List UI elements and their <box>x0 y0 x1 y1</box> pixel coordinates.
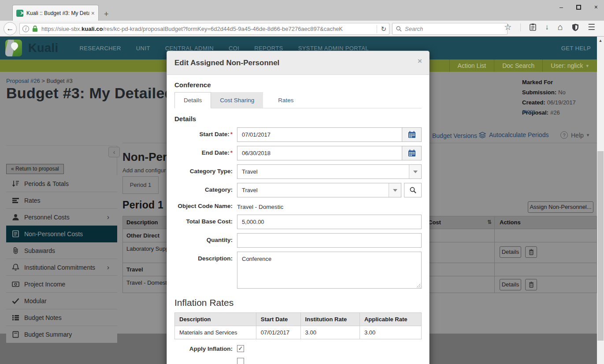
reload-button[interactable]: ↻ <box>381 25 386 33</box>
url-bar[interactable]: i https://siue-sbx.kuali.co/res/kc-pd-kr… <box>19 23 389 35</box>
get-help-link[interactable]: GET HELP <box>561 45 591 52</box>
modal-close-icon[interactable]: × <box>418 57 422 66</box>
page-scrollbar[interactable]: ▲ <box>597 37 604 364</box>
divider <box>377 25 377 33</box>
cell-description: Materials and Services <box>175 326 256 339</box>
browser-tab[interactable]: Kuali :: Budget #3: My Detail × <box>12 5 99 21</box>
total-base-cost-row: Total Base Cost: 5,000.00 <box>174 215 422 229</box>
column-description: Description <box>175 313 256 326</box>
modal-header: Edit Assigned Non-Personnel × <box>167 51 429 75</box>
kuali-wordmark[interactable]: Kuali <box>28 41 59 55</box>
quantity-row: Quantity: <box>174 233 422 248</box>
required-mark: * <box>230 149 233 156</box>
start-date-label: Start Date:* <box>174 127 233 137</box>
object-code-label: Object Code Name: <box>174 201 233 209</box>
calendar-icon <box>408 131 416 138</box>
action-list-link[interactable]: Action List <box>449 59 494 72</box>
inflation-rates-table: Description Start Date Institution Rate … <box>174 312 422 339</box>
nav-item-unit[interactable]: UNIT <box>136 45 150 52</box>
select-caret-icon <box>409 165 421 178</box>
tab-close-icon[interactable]: × <box>91 10 95 17</box>
scroll-up-arrow-icon[interactable]: ▲ <box>597 38 604 43</box>
second-checkbox-row <box>174 358 422 364</box>
entity-name: Conference <box>174 81 422 89</box>
tab-rates[interactable]: Rates <box>269 92 302 108</box>
edit-non-personnel-modal: Edit Assigned Non-Personnel × Conference… <box>167 51 430 364</box>
lock-icon <box>32 26 38 32</box>
required-mark: * <box>230 131 233 137</box>
user-menu-label: User: nglick <box>551 62 583 69</box>
category-select[interactable]: Travel <box>237 183 401 197</box>
unchecked-checkbox[interactable] <box>237 358 244 364</box>
quantity-label: Quantity: <box>174 233 233 243</box>
window-minimize-button[interactable]: – <box>560 4 563 11</box>
category-lookup-button[interactable] <box>404 183 422 197</box>
total-base-cost-input[interactable]: 5,000.00 <box>237 215 422 229</box>
bookmark-star-icon[interactable]: ☆ <box>504 22 511 32</box>
new-tab-button[interactable]: + <box>104 10 109 19</box>
info-icon[interactable]: i <box>22 26 29 32</box>
shield-icon[interactable] <box>572 23 579 31</box>
user-menu[interactable]: User: nglick ▾ <box>542 59 597 72</box>
cell-applicable-rate: 3.00 <box>359 326 421 339</box>
url-text: https://siue-sbx.kuali.co/res/kc-pd-krad… <box>41 26 373 32</box>
browser-action-icons: ☆ ↓ ⌂ ☰ <box>504 22 595 32</box>
apply-inflation-row: Apply Inflation: ✓ <box>174 345 422 352</box>
bookmarks-clipboard-icon[interactable] <box>530 23 536 31</box>
column-start-date: Start Date <box>256 313 300 326</box>
scrollbar-thumb[interactable] <box>597 151 604 341</box>
kuali-favicon-icon <box>16 10 23 17</box>
apply-inflation-label: Apply Inflation: <box>174 345 233 352</box>
window-maximize-button[interactable] <box>576 5 581 10</box>
end-date-calendar-button[interactable] <box>402 146 422 160</box>
kuali-logo-icon[interactable] <box>5 40 22 56</box>
screen: Kuali :: Budget #3: My Detail × + – × ← … <box>0 0 604 364</box>
start-date-input[interactable]: 07/01/2017 <box>237 127 402 142</box>
end-date-label: End Date:* <box>174 146 233 156</box>
calendar-icon <box>408 149 416 157</box>
details-section-heading: Details <box>174 115 422 123</box>
search-input[interactable]: Search <box>392 23 508 35</box>
back-button[interactable]: ← <box>4 22 17 35</box>
home-icon[interactable]: ⌂ <box>558 22 563 32</box>
category-type-select[interactable]: Travel <box>237 164 422 179</box>
description-textarea[interactable]: Conference <box>237 252 422 289</box>
description-label: Description: <box>174 252 233 262</box>
tab-cost-sharing[interactable]: Cost Sharing <box>211 92 263 108</box>
category-type-row: Category Type: Travel <box>174 164 422 179</box>
nav-item-researcher[interactable]: RESEARCHER <box>80 45 121 52</box>
menu-hamburger-icon[interactable]: ☰ <box>588 22 595 32</box>
category-label: Category: <box>174 183 233 193</box>
apply-inflation-checkbox[interactable]: ✓ <box>237 345 244 352</box>
end-date-row: End Date:* 06/30/2018 <box>174 146 422 160</box>
category-type-label: Category Type: <box>174 164 233 175</box>
tab-title: Kuali :: Budget #3: My Detail <box>26 10 89 16</box>
table-row: Materials and Services 07/01/2017 3.00 3… <box>175 326 422 339</box>
downloads-icon[interactable]: ↓ <box>545 23 549 32</box>
cell-institution-rate: 3.00 <box>300 326 359 339</box>
object-code-value: Travel - Domestic <box>237 201 283 210</box>
resize-grip-icon[interactable] <box>416 283 421 288</box>
caret-down-icon: ▾ <box>586 63 589 69</box>
column-institution-rate: Institution Rate <box>300 313 359 326</box>
modal-tabs: Details Cost Sharing Rates <box>174 92 422 108</box>
description-row: Description: Conference <box>174 252 422 289</box>
category-row: Category: Travel <box>174 183 422 197</box>
start-date-calendar-button[interactable] <box>402 127 422 142</box>
start-date-row: Start Date:* 07/01/2017 <box>174 127 422 142</box>
total-base-cost-label: Total Base Cost: <box>174 215 233 225</box>
end-date-input[interactable]: 06/30/2018 <box>237 146 402 160</box>
object-code-row: Object Code Name: Travel - Domestic <box>174 201 422 210</box>
modal-body: Conference Details Cost Sharing Rates De… <box>167 75 429 364</box>
search-icon <box>396 26 402 32</box>
tab-details[interactable]: Details <box>174 92 211 108</box>
divider <box>520 23 521 31</box>
window-close-button[interactable]: × <box>594 4 598 11</box>
quantity-input[interactable] <box>237 233 422 248</box>
url-path: /res/kc-pd-krad/proposalBudget?formKey=6… <box>103 26 343 32</box>
inflation-rates-heading: Inflation Rates <box>174 297 422 308</box>
url-domain: kuali.co <box>82 26 103 32</box>
doc-search-link[interactable]: Doc Search <box>494 59 542 72</box>
search-icon <box>410 187 416 193</box>
table-header-row: Description Start Date Institution Rate … <box>175 313 422 326</box>
